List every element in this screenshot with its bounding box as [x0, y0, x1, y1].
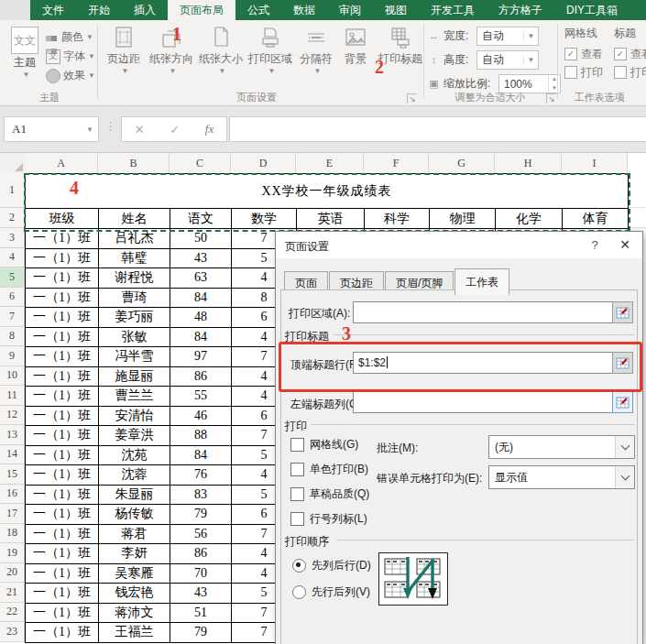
cell-name[interactable]: 曹兰兰: [99, 387, 170, 407]
print-area-button[interactable]: 打印区域▼: [246, 26, 295, 75]
column-header-G[interactable]: G: [429, 153, 495, 174]
table-header-cell[interactable]: 班级: [26, 209, 99, 229]
row-header-18[interactable]: 18: [0, 524, 25, 544]
gridlines-print-checkbox[interactable]: 打印: [564, 63, 610, 82]
cell-chinese-score[interactable]: 43: [170, 248, 232, 268]
themes-button[interactable]: 文文 主题 ▼: [6, 25, 43, 93]
ribbon-tab-公式[interactable]: 公式: [235, 0, 281, 20]
cell-name[interactable]: 蒋沛文: [99, 603, 170, 623]
cell-class[interactable]: 一（1）班: [26, 268, 99, 289]
cell-name[interactable]: 安清怡: [99, 406, 170, 426]
row-header-6[interactable]: 6: [0, 288, 25, 308]
checkbox-网格线(G)[interactable]: 网格线(G): [290, 432, 369, 457]
cell-class[interactable]: 一（1）班: [26, 563, 99, 584]
row-header-23[interactable]: 23: [0, 622, 25, 642]
column-header-F[interactable]: F: [364, 153, 429, 174]
cell-errors-select[interactable]: 显示值: [488, 465, 635, 489]
print-area-input[interactable]: [353, 301, 613, 323]
checkbox-草稿品质(Q)[interactable]: 草稿品质(Q): [290, 482, 369, 507]
cell-chinese-score[interactable]: 76: [170, 465, 232, 486]
theme-colors-button[interactable]: 颜色▼: [46, 27, 95, 47]
left-cols-input[interactable]: [353, 391, 613, 413]
table-header-cell[interactable]: 化学: [496, 209, 563, 229]
cell-chinese-score[interactable]: 70: [170, 563, 232, 584]
cell-chinese-score[interactable]: 48: [170, 308, 232, 328]
row-header-14[interactable]: 14: [0, 445, 25, 465]
cell-name[interactable]: 李妍: [99, 544, 170, 564]
cell-chinese-score[interactable]: 88: [170, 426, 232, 446]
insert-function-icon[interactable]: fx: [205, 122, 214, 136]
row-header-12[interactable]: 12: [0, 406, 25, 426]
cell-class[interactable]: 一（1）班: [26, 387, 99, 407]
cell-chinese-score[interactable]: 97: [170, 347, 232, 367]
gridlines-view-checkbox[interactable]: ✓查看: [564, 45, 610, 63]
cell-chinese-score[interactable]: 55: [170, 387, 232, 407]
cell-chinese-score[interactable]: 83: [170, 485, 232, 505]
cell-chinese-score[interactable]: 46: [170, 406, 232, 426]
row-header-7[interactable]: 7: [0, 307, 25, 327]
cell-chinese-score[interactable]: 86: [170, 366, 232, 387]
dialog-tab-工作表[interactable]: 工作表: [454, 268, 509, 295]
scale-width-select[interactable]: 自动▼: [476, 27, 539, 46]
ribbon-tab-方方格子[interactable]: 方方格子: [487, 0, 554, 20]
comments-select[interactable]: (无): [488, 435, 635, 459]
headings-print-checkbox[interactable]: 打印: [614, 63, 646, 82]
formula-bar-handle[interactable]: ⋮: [104, 119, 116, 133]
cell-class[interactable]: 一（1）班: [26, 229, 99, 249]
ribbon-tab-审阅[interactable]: 审阅: [327, 0, 373, 20]
row-header-22[interactable]: 22: [0, 603, 25, 623]
cell-class[interactable]: 一（1）班: [26, 544, 99, 564]
column-header-I[interactable]: I: [562, 153, 628, 174]
row-header-19[interactable]: 19: [0, 543, 25, 563]
breaks-button[interactable]: 分隔符▼: [295, 26, 337, 75]
row-header-15[interactable]: 15: [0, 464, 25, 485]
column-header-D[interactable]: D: [231, 153, 296, 174]
headings-view-checkbox[interactable]: ✓查看: [614, 45, 646, 63]
cell-class[interactable]: 一（1）班: [26, 465, 99, 486]
table-header-cell[interactable]: 体育: [563, 209, 629, 229]
table-header-cell[interactable]: 姓名: [99, 209, 170, 229]
ribbon-tab-插入[interactable]: 插入: [122, 0, 168, 20]
cell-class[interactable]: 一（1）班: [26, 248, 99, 268]
cell-chinese-score[interactable]: 86: [170, 544, 232, 564]
row-header-13[interactable]: 13: [0, 425, 25, 445]
checkbox-单色打印(B)[interactable]: 单色打印(B): [290, 457, 369, 482]
name-box[interactable]: A1 ▼: [4, 116, 99, 142]
range-selector-icon[interactable]: [612, 301, 633, 323]
theme-effects-button[interactable]: 效果▼: [46, 66, 95, 85]
cell-class[interactable]: 一（1）班: [26, 505, 99, 525]
theme-fonts-button[interactable]: 文 字体▼: [46, 47, 95, 66]
cell-class[interactable]: 一（1）班: [26, 366, 99, 387]
row-header-3[interactable]: 3: [0, 228, 25, 248]
cell-name[interactable]: 冯半雪: [99, 347, 170, 367]
cell-class[interactable]: 一（1）班: [26, 288, 99, 308]
cell-name[interactable]: 曹琦: [99, 288, 170, 308]
cell-name[interactable]: 沈蓉: [99, 465, 170, 486]
row-header-20[interactable]: 20: [0, 563, 25, 584]
cell-name[interactable]: 朱显丽: [99, 485, 170, 505]
cell-name[interactable]: 谢程悦: [99, 268, 170, 289]
ribbon-tab-开始[interactable]: 开始: [76, 0, 122, 20]
table-header-cell[interactable]: 物理: [430, 209, 496, 229]
table-header-cell[interactable]: 科学: [365, 209, 430, 229]
column-header-B[interactable]: B: [98, 153, 170, 174]
row-header-2[interactable]: 2: [0, 208, 25, 228]
cell-chinese-score[interactable]: 84: [170, 288, 232, 308]
column-header-C[interactable]: C: [170, 153, 231, 174]
radio-先行后列(V)[interactable]: 先行后列(V): [292, 579, 371, 606]
cell-name[interactable]: 杨传敏: [99, 505, 170, 525]
size-button[interactable]: 纸张大小▼: [196, 26, 246, 75]
cell-name[interactable]: 姜章洪: [99, 426, 170, 446]
page-setup-dialog-launcher[interactable]: ↘: [407, 93, 417, 104]
orientation-button[interactable]: 纸张方向▼: [147, 26, 196, 75]
cell-chinese-score[interactable]: 56: [170, 524, 232, 544]
cell-class[interactable]: 一（1）班: [26, 524, 99, 544]
ribbon-tab-页面布局[interactable]: 页面布局: [168, 0, 235, 20]
table-header-cell[interactable]: 英语: [297, 209, 365, 229]
cell-class[interactable]: 一（1）班: [26, 485, 99, 505]
ribbon-tab-数据[interactable]: 数据: [281, 0, 327, 20]
cell-name[interactable]: 吕礼杰: [99, 229, 170, 249]
radio-先列后行(D)[interactable]: 先列后行(D): [292, 552, 371, 579]
sheet-title-cell[interactable]: XX学校一年级成绩表: [26, 174, 629, 209]
margins-button[interactable]: 页边距▼: [101, 26, 147, 75]
